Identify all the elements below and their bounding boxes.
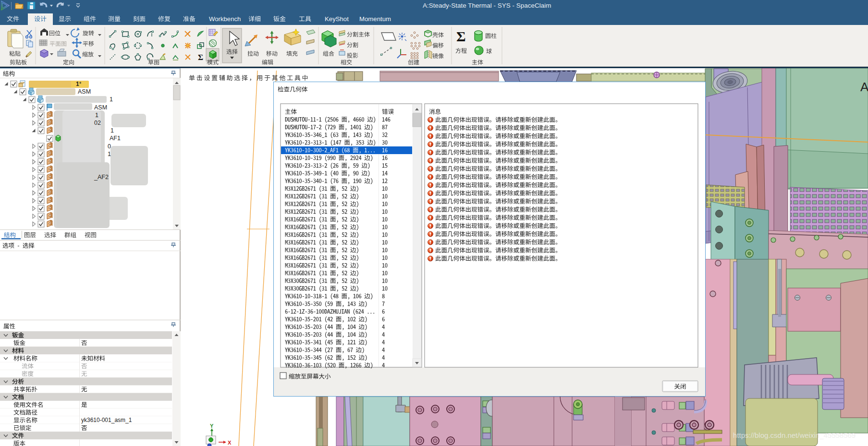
svg-text:A: A <box>860 80 868 94</box>
svg-text:Y: Y <box>210 423 214 429</box>
svg-text:Σ: Σ <box>456 28 466 44</box>
svg-text:Σ: Σ <box>198 53 203 62</box>
svg-text:X: X <box>228 440 232 446</box>
